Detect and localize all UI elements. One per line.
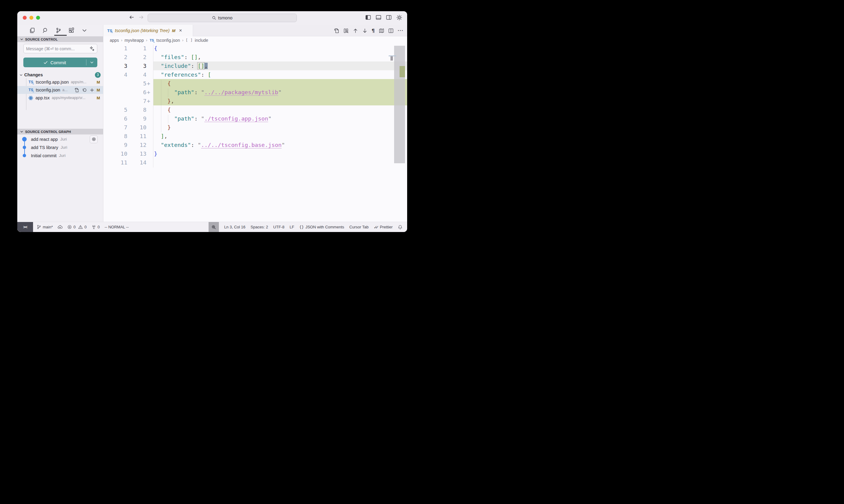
code-line[interactable]: 11{ <box>103 44 407 53</box>
close-tab-button[interactable]: × <box>179 28 182 34</box>
previous-change-button[interactable] <box>353 28 358 33</box>
line-number: 8 <box>103 133 127 139</box>
status-bar: >< main* 0 0 0 -- NORMAL -- <box>17 222 407 232</box>
changes-section-header[interactable]: Changes 3 <box>19 71 101 78</box>
commit-row-add-react-app[interactable]: add react app Juri <box>17 135 103 143</box>
typescript-file-icon: TS✦ <box>28 80 34 85</box>
commit-row-initial-commit[interactable]: Initial commit Juri <box>17 151 103 160</box>
split-editor-button[interactable] <box>389 28 394 33</box>
sidebar: SOURCE CONTROL Commit Changes 3 TS✦ <box>17 25 103 222</box>
file-swap-icon <box>334 28 339 33</box>
source-control-graph-header[interactable]: SOURCE CONTROL GRAPH <box>17 129 103 134</box>
inline-view-toggle-button[interactable] <box>344 28 349 33</box>
radio-tower-icon <box>91 225 96 229</box>
source-control-section-header[interactable]: SOURCE CONTROL <box>17 36 103 42</box>
title-bar: tsmono <box>17 11 407 25</box>
open-changes-button[interactable] <box>334 28 339 33</box>
map-view-button[interactable] <box>379 28 384 33</box>
next-change-button[interactable] <box>362 28 367 33</box>
code-line[interactable]: 811 ], <box>103 132 407 141</box>
commit-row-add-ts-library[interactable]: add TS library Juri <box>17 143 103 151</box>
cursor-tab-indicator[interactable]: Cursor Tab <box>349 225 368 229</box>
toggle-sidebar-button[interactable] <box>365 15 371 21</box>
change-row-app-tsx[interactable]: app.tsx apps/myviteapp/sr... M <box>17 94 103 102</box>
file-path: apps/myviteapp/sr... <box>52 96 94 100</box>
change-row-tsconfig-app-json[interactable]: TS✦ tsconfig.app.json apps/m... M <box>17 78 103 86</box>
tab-modified-badge: M <box>172 29 175 33</box>
cursor-position-indicator[interactable]: Ln 3, Col 16 <box>224 225 245 229</box>
close-window-button[interactable] <box>23 16 27 20</box>
double-check-icon: ✓✓ <box>374 225 377 230</box>
code-line[interactable]: 6+ "path": "../../packages/mytslib" <box>103 88 407 96</box>
branch-indicator[interactable]: main* <box>37 225 53 229</box>
additional-views-button[interactable] <box>80 26 88 34</box>
history-back-button[interactable] <box>129 15 134 20</box>
code-text: "path": "../../packages/mytslib" <box>154 89 282 95</box>
more-actions-button[interactable]: ··· <box>398 28 403 33</box>
code-line[interactable]: 44 "references": [ <box>103 70 407 79</box>
publish-changes-button[interactable] <box>57 225 63 230</box>
code-line[interactable]: 710 } <box>103 123 407 132</box>
toggle-panel-button[interactable] <box>376 15 381 21</box>
eol-indicator[interactable]: LF <box>290 225 294 229</box>
toggle-whitespace-button[interactable]: ¶ <box>372 28 375 34</box>
code-line[interactable]: 1013} <box>103 149 407 158</box>
minimize-window-button[interactable] <box>30 16 33 20</box>
zoom-indicator[interactable] <box>209 222 219 232</box>
chevron-down-icon <box>19 73 23 77</box>
commit-options-dropdown[interactable] <box>86 60 97 65</box>
diff-editor[interactable]: 11{22 "files": [],33 "include": [],44 "r… <box>103 44 407 222</box>
generate-commit-message-button[interactable] <box>89 46 94 51</box>
problems-indicator[interactable]: 0 0 <box>67 225 86 229</box>
tab-tsconfig-json-working-tree[interactable]: TS✦ tsconfig.json (Working Tree) M × <box>103 25 193 36</box>
source-control-view-button[interactable] <box>54 26 62 34</box>
remote-indicator[interactable]: >< <box>17 222 33 232</box>
stage-changes-button[interactable] <box>90 88 94 92</box>
line-number: 11 <box>103 159 127 166</box>
extensions-view-button[interactable] <box>67 26 75 34</box>
code-line[interactable]: 58 { <box>103 105 407 114</box>
breadcrumb-include[interactable]: include <box>195 38 208 43</box>
code-line[interactable]: 912 "extends": "../../tsconfig.base.json… <box>103 141 407 149</box>
breadcrumb-myviteapp[interactable]: myviteapp <box>125 38 144 43</box>
notifications-bell-button[interactable] <box>398 225 402 230</box>
layout-panel-icon <box>376 15 381 20</box>
open-file-button[interactable] <box>74 88 79 92</box>
commit-head-dot <box>22 137 27 141</box>
line-number: 1 <box>103 45 127 52</box>
settings-button[interactable] <box>396 15 402 21</box>
code-line[interactable]: 5+ { <box>103 79 407 88</box>
breadcrumb-apps[interactable]: apps <box>110 38 119 43</box>
change-row-tsconfig-json[interactable]: TS✦ tsconfig.json a... M <box>17 86 103 94</box>
file-name: tsconfig.json <box>36 88 60 92</box>
command-center-search[interactable]: tsmono <box>148 14 297 22</box>
search-view-button[interactable] <box>41 26 49 34</box>
checkout-target-button[interactable] <box>90 136 98 143</box>
indentation-indicator[interactable]: Spaces: 2 <box>251 225 268 229</box>
encoding-indicator[interactable]: UTF-8 <box>273 225 285 229</box>
go-to-file-icon <box>74 88 79 92</box>
history-forward-button[interactable] <box>139 15 144 20</box>
formatter-indicator[interactable]: ✓✓ Prettier <box>374 225 393 230</box>
explorer-view-button[interactable] <box>28 26 36 34</box>
code-line[interactable]: 1114 <box>103 158 407 167</box>
commit-button[interactable]: Commit <box>23 60 86 65</box>
vim-mode-indicator[interactable]: -- NORMAL -- <box>105 225 129 229</box>
line-number: 12 <box>127 142 147 148</box>
commit-message-input[interactable] <box>26 46 89 51</box>
zoom-window-button[interactable] <box>36 16 40 20</box>
code-line[interactable]: 69 "path": "./tsconfig.app.json" <box>103 114 407 123</box>
code-line[interactable]: 7+ }, <box>103 96 407 105</box>
language-mode-indicator[interactable]: {} JSON with Comments <box>299 225 344 229</box>
line-number: 2 <box>103 54 127 60</box>
search-icon <box>212 16 216 20</box>
code-line[interactable]: 33 "include": [], <box>103 61 407 70</box>
file-name: tsconfig.app.json <box>36 80 69 85</box>
editor-scrollbar[interactable] <box>394 46 405 163</box>
discard-changes-button[interactable] <box>82 88 87 92</box>
breadcrumb-tsconfig-json[interactable]: tsconfig.json <box>156 38 180 43</box>
chevron-down-icon <box>20 130 24 133</box>
code-line[interactable]: 22 "files": [], <box>103 53 407 61</box>
ports-indicator[interactable]: 0 <box>91 225 100 229</box>
toggle-secondary-sidebar-button[interactable] <box>386 15 392 21</box>
